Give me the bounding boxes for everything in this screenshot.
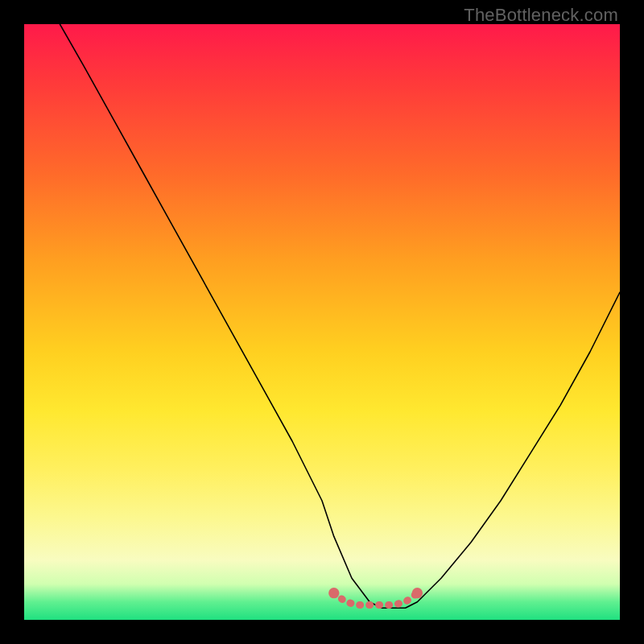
optimal-segment-endpoint bbox=[328, 588, 339, 598]
chart-svg bbox=[24, 24, 620, 620]
optimal-segment-path bbox=[334, 593, 418, 605]
optimal-segment-endpoint bbox=[412, 588, 423, 598]
bottleneck-curve-path bbox=[60, 24, 620, 608]
curve-layer bbox=[60, 24, 620, 608]
chart-frame: TheBottleneck.com bbox=[0, 0, 644, 644]
plot-area bbox=[24, 24, 620, 620]
watermark-text: TheBottleneck.com bbox=[464, 5, 618, 26]
